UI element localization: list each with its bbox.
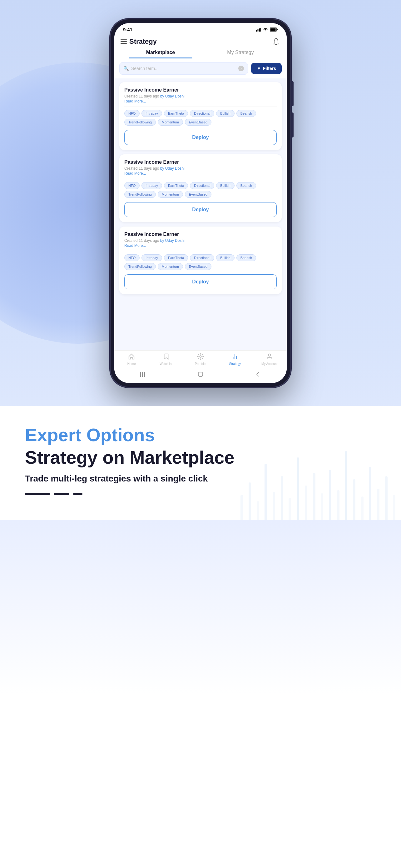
card-title: Passive Income Earner [124, 159, 277, 165]
tag-bearish: Bearish [236, 110, 256, 117]
svg-point-8 [200, 355, 201, 358]
portfolio-icon [197, 353, 204, 362]
card-divider [124, 251, 277, 251]
clear-icon[interactable]: ✕ [238, 66, 244, 71]
tag-bullish: Bullish [216, 182, 234, 189]
read-more-link-2[interactable]: Read More... [124, 171, 277, 176]
card-meta: Created 11 days ago by Uday Doshi [124, 239, 277, 243]
svg-rect-0 [256, 30, 257, 32]
nav-label-watchlist: Watchlist [160, 362, 172, 366]
bottom-nav: Home Watchlist [114, 350, 287, 367]
recent-apps-icon[interactable] [139, 370, 147, 379]
header-left: Strategy [121, 37, 157, 45]
system-bar [114, 367, 287, 383]
search-input[interactable]: Search term... [131, 66, 236, 71]
status-icons [256, 28, 278, 32]
home-icon [128, 353, 135, 362]
card-divider [124, 106, 277, 107]
deploy-button-3[interactable]: Deploy [124, 274, 277, 289]
deploy-button-2[interactable]: Deploy [124, 202, 277, 217]
svg-rect-15 [144, 372, 145, 377]
tag-nfo: NFO [124, 182, 140, 189]
read-more-link-3[interactable]: Read More... [124, 243, 277, 248]
tag-directional: Directional [190, 182, 214, 189]
nav-label-strategy: Strategy [229, 362, 241, 366]
strategy-card: Passive Income Earner Created 11 days ag… [119, 154, 282, 222]
card-created: Created 11 days ago [124, 94, 159, 98]
tag-bearish: Bearish [236, 182, 256, 189]
card-author: by Uday Doshi [160, 239, 185, 243]
back-icon[interactable] [254, 370, 262, 379]
hamburger-icon[interactable] [121, 39, 127, 44]
tags-row: NFO Intraday EarnTheta Directional Bulli… [124, 254, 277, 270]
filter-icon: ▼ [257, 66, 261, 71]
card-meta: Created 11 days ago by Uday Doshi [124, 94, 277, 98]
tag-momentum: Momentum [158, 119, 183, 126]
tag-momentum: Momentum [158, 263, 183, 270]
svg-rect-14 [142, 372, 143, 377]
tag-bearish: Bearish [236, 254, 256, 261]
tag-nfo: NFO [124, 254, 140, 261]
nav-item-strategy[interactable]: Strategy [226, 353, 244, 366]
card-created: Created 11 days ago [124, 239, 159, 243]
deploy-button-1[interactable]: Deploy [124, 130, 277, 145]
phone-wrapper: 9:41 [0, 0, 401, 388]
svg-rect-13 [140, 372, 141, 377]
strategy-card: Passive Income Earner Created 11 days ag… [119, 226, 282, 294]
tag-earntheta: EarnTheta [164, 182, 188, 189]
status-time: 9:41 [123, 27, 132, 32]
card-title: Passive Income Earner [124, 231, 277, 237]
tag-eventbased: EventBased [185, 263, 211, 270]
filter-button[interactable]: ▼ Filters [251, 63, 282, 74]
signal-icon [256, 28, 261, 32]
tag-directional: Directional [190, 254, 214, 261]
tag-intraday: Intraday [141, 110, 162, 117]
nav-item-portfolio[interactable]: Portfolio [191, 353, 210, 366]
nav-item-watchlist[interactable]: Watchlist [157, 353, 175, 366]
search-icon: 🔍 [123, 66, 129, 71]
phone-screen: 9:41 [114, 23, 287, 383]
card-meta: Created 11 days ago by Uday Doshi [124, 166, 277, 170]
filter-label: Filters [263, 66, 276, 71]
notification-icon[interactable] [272, 37, 280, 46]
tag-earntheta: EarnTheta [164, 254, 188, 261]
svg-rect-3 [261, 28, 261, 32]
tag-momentum: Momentum [158, 191, 183, 198]
phone-frame: 9:41 [110, 19, 291, 388]
nav-label-account: My Account [261, 362, 278, 366]
svg-rect-6 [270, 28, 276, 31]
svg-point-4 [265, 30, 266, 31]
tag-nfo: NFO [124, 110, 140, 117]
wifi-icon [263, 28, 268, 32]
home-system-icon[interactable] [196, 370, 205, 379]
tag-intraday: Intraday [141, 254, 162, 261]
read-more-link[interactable]: Read More... [124, 99, 277, 103]
battery-icon [270, 28, 278, 32]
nav-item-home[interactable]: Home [122, 353, 141, 366]
app-header: Strategy [114, 35, 287, 46]
tab-my-strategy[interactable]: My Strategy [201, 46, 280, 58]
tags-row: NFO Intraday EarnTheta Directional Bulli… [124, 182, 277, 198]
nav-item-account[interactable]: My Account [260, 353, 279, 366]
tag-eventbased: EventBased [185, 119, 211, 126]
tag-eventbased: EventBased [185, 191, 211, 198]
tag-bullish: Bullish [216, 254, 234, 261]
tags-row: NFO Intraday EarnTheta Directional Bulli… [124, 110, 277, 126]
strategy-card: Passive Income Earner Created 11 days ag… [119, 82, 282, 150]
marketing-section: Expert Options Strategy on Marketplace T… [0, 406, 401, 520]
tag-trendfollowing: TrendFollowing [124, 191, 156, 198]
tabs: Marketplace My Strategy [114, 46, 287, 58]
card-created: Created 11 days ago [124, 166, 159, 170]
svg-rect-16 [198, 372, 203, 376]
strategy-icon [231, 353, 238, 362]
cards-container: Passive Income Earner Created 11 days ag… [114, 79, 287, 350]
tag-directional: Directional [190, 110, 214, 117]
tag-earntheta: EarnTheta [164, 110, 188, 117]
search-box[interactable]: 🔍 Search term... ✕ [119, 62, 248, 75]
status-bar: 9:41 [114, 23, 287, 35]
tab-marketplace[interactable]: Marketplace [121, 46, 201, 58]
watchlist-icon [163, 353, 170, 362]
account-icon [266, 353, 273, 362]
tag-trendfollowing: TrendFollowing [124, 119, 156, 126]
card-title: Passive Income Earner [124, 87, 277, 93]
